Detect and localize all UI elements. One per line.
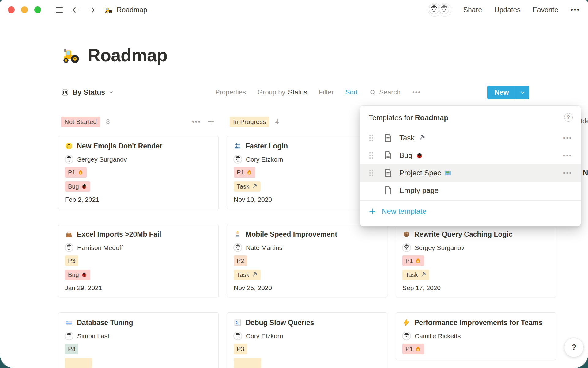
search-icon bbox=[369, 89, 376, 96]
view-name: By Status bbox=[73, 88, 105, 97]
add-card-button[interactable] bbox=[207, 118, 215, 126]
close-window-button[interactable] bbox=[8, 6, 15, 13]
filter-button[interactable]: Filter bbox=[319, 88, 334, 96]
tag-pill: P3 bbox=[234, 344, 247, 354]
tag-row: P1 bbox=[402, 344, 549, 354]
view-switcher[interactable]: By Status bbox=[61, 85, 114, 99]
template-item-project-spec[interactable]: Project Spec••• bbox=[360, 164, 581, 182]
properties-button[interactable]: Properties bbox=[215, 88, 246, 96]
avatar-face bbox=[65, 243, 73, 252]
zap-icon bbox=[402, 319, 410, 327]
tag-row: P1 bbox=[402, 255, 549, 266]
favorite-button[interactable]: Favorite bbox=[533, 6, 558, 14]
template-item-more-button[interactable]: ••• bbox=[563, 169, 572, 177]
avatar-face bbox=[234, 332, 242, 340]
tag-row: Bug bbox=[65, 181, 212, 192]
avatar-face bbox=[402, 243, 411, 252]
busts-icon bbox=[234, 142, 242, 150]
assignee-name: Camille Ricketts bbox=[415, 332, 461, 340]
tag-pill: Task bbox=[402, 270, 429, 280]
card[interactable]: Mobile Speed ImprovementNate MartinsP2Ta… bbox=[227, 224, 387, 297]
template-item-more-button[interactable]: ••• bbox=[563, 134, 572, 142]
template-item-label: Task bbox=[399, 134, 563, 142]
avatar bbox=[402, 332, 411, 340]
card[interactable]: Rewrite Query Caching LogicSergey Surgan… bbox=[396, 224, 556, 297]
ladybug-icon bbox=[81, 272, 87, 278]
tag-row bbox=[234, 358, 381, 368]
help-button[interactable]: ? bbox=[564, 338, 584, 357]
breadcrumb[interactable]: Roadmap bbox=[104, 6, 147, 14]
tag-row: Bug bbox=[65, 270, 212, 280]
card-title-text: Database Tuning bbox=[77, 319, 133, 327]
card-title-text: Debug Slow Queries bbox=[246, 319, 314, 327]
card-title-text: Rewrite Query Caching Logic bbox=[414, 230, 513, 238]
template-item-empty-page[interactable]: Empty page bbox=[360, 182, 581, 199]
template-item-more-button[interactable]: ••• bbox=[563, 151, 572, 159]
avatar bbox=[438, 3, 451, 16]
tag-row: Task bbox=[234, 270, 381, 280]
column-status-pill[interactable]: Not Started bbox=[61, 117, 100, 127]
template-item-bug[interactable]: Bug••• bbox=[360, 147, 581, 164]
template-item-text: Task bbox=[399, 134, 414, 142]
page-title-text[interactable]: Roadmap bbox=[88, 45, 168, 65]
card[interactable]: Database TuningSimon LastP4 bbox=[58, 312, 219, 368]
template-list: Task•••Bug•••Project Spec•••Empty page bbox=[360, 129, 581, 199]
new-button[interactable]: New bbox=[487, 86, 516, 99]
new-button-group: New bbox=[487, 86, 529, 99]
card-assignee: Nate Martins bbox=[234, 243, 381, 252]
share-button[interactable]: Share bbox=[463, 6, 482, 14]
doc-icon bbox=[383, 168, 393, 178]
search-label: Search bbox=[379, 88, 401, 96]
doc-icon bbox=[383, 151, 393, 160]
card-title: Debug Slow Queries bbox=[234, 317, 381, 328]
fire-icon bbox=[77, 169, 84, 175]
card-title: Mobile Speed Improvement bbox=[234, 229, 381, 240]
avatar bbox=[65, 155, 73, 163]
zoom-window-button[interactable] bbox=[34, 6, 41, 13]
updates-button[interactable]: Updates bbox=[494, 6, 521, 14]
search-button[interactable]: Search bbox=[369, 88, 401, 96]
sidebar-menu-icon[interactable] bbox=[55, 6, 63, 14]
hammer-icon bbox=[251, 183, 258, 190]
new-template-label: New template bbox=[382, 207, 427, 216]
view-more-button[interactable]: ••• bbox=[412, 88, 421, 96]
help-circle-icon[interactable]: ? bbox=[564, 113, 573, 122]
tag-label: P3 bbox=[68, 257, 75, 264]
drag-handle-icon[interactable] bbox=[369, 151, 374, 159]
new-button-dropdown[interactable] bbox=[516, 86, 529, 99]
card-title-text: New Emojis Don't Render bbox=[77, 142, 162, 150]
tag-pill bbox=[234, 358, 261, 368]
avatar bbox=[234, 332, 242, 340]
template-item-task[interactable]: Task••• bbox=[360, 129, 581, 147]
top-bar: Roadmap Share Updates Favorite ••• bbox=[0, 0, 588, 20]
tag-row bbox=[65, 358, 212, 368]
card[interactable]: Debug Slow QueriesCory EtzkornP3 bbox=[227, 312, 387, 368]
card[interactable]: New Emojis Don't RenderSergey SurganovP1… bbox=[58, 136, 219, 209]
card-title: Rewrite Query Caching Logic bbox=[402, 229, 549, 240]
fire-icon bbox=[415, 346, 421, 352]
group-by-label: Group by bbox=[258, 88, 285, 96]
collaborator-avatars[interactable] bbox=[428, 3, 451, 16]
back-arrow-icon[interactable] bbox=[71, 6, 80, 14]
drag-handle-icon[interactable] bbox=[369, 134, 374, 142]
new-template-button[interactable]: New template bbox=[360, 201, 581, 222]
card[interactable]: Performance Improvements for TeamsCamill… bbox=[396, 312, 556, 360]
card-assignee: Sergey Surganov bbox=[65, 155, 212, 163]
minimize-window-button[interactable] bbox=[21, 6, 28, 13]
column-more-button[interactable]: ••• bbox=[192, 118, 201, 126]
column-header: Not Started8••• bbox=[58, 117, 219, 127]
avatar bbox=[65, 243, 73, 252]
tag-row: P3 bbox=[65, 255, 212, 266]
more-menu-button[interactable]: ••• bbox=[571, 6, 580, 14]
drag-handle-icon[interactable] bbox=[369, 169, 374, 177]
card[interactable]: Excel Imports >20Mb FailHarrison MedoffP… bbox=[58, 224, 219, 297]
column-status-pill[interactable]: In Progress bbox=[230, 117, 269, 127]
sort-button[interactable]: Sort bbox=[345, 88, 358, 96]
group-by-button[interactable]: Group by Status bbox=[258, 88, 307, 96]
tractor-icon[interactable] bbox=[61, 46, 80, 65]
assignee-name: Simon Last bbox=[77, 332, 109, 340]
forward-arrow-icon[interactable] bbox=[88, 6, 96, 14]
templates-dropdown: Templates for Roadmap ? Task•••Bug•••Pro… bbox=[360, 106, 581, 226]
toolbar-divider bbox=[0, 104, 588, 104]
tag-pill: Bug bbox=[65, 181, 90, 192]
